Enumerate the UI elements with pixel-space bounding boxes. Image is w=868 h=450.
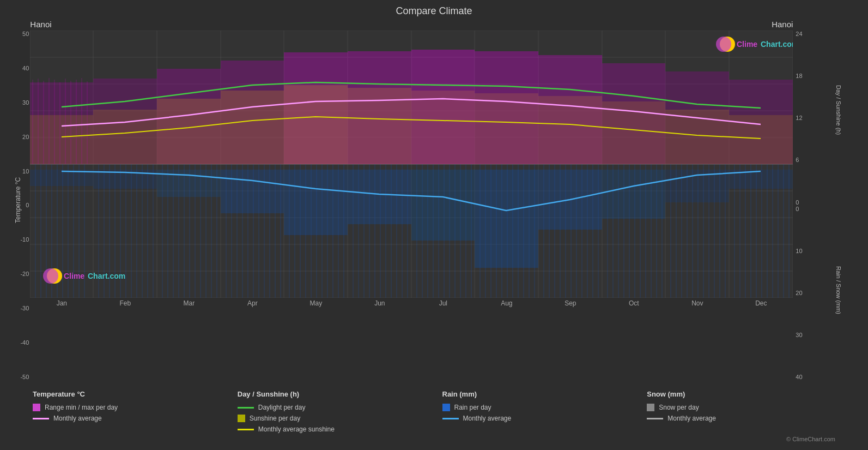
legend-temp-range: Range min / max per day — [33, 404, 238, 411]
y-axis-right-rain: 0 10 20 30 40 — [796, 206, 817, 381]
svg-rect-184 — [221, 61, 284, 164]
legend-sunshine-avg: Monthly average sunshine — [238, 425, 442, 433]
svg-text:Chart.com: Chart.com — [88, 272, 125, 280]
svg-rect-185 — [284, 52, 348, 164]
svg-text:Chart.com: Chart.com — [761, 40, 793, 49]
svg-rect-35 — [602, 170, 665, 219]
chart-main: Hanoi Hanoi 50 40 30 20 10 0 -10 -20 -30… — [30, 20, 793, 380]
legend-snow: Snow (mm) Snow per day Monthly average — [647, 390, 852, 433]
svg-rect-183 — [157, 69, 221, 164]
right-axis-day-label: Day / Sunshine (h) — [820, 20, 857, 200]
legend-rain-avg-line — [442, 418, 459, 419]
right-axis-rain-label: Rain / Snow (mm) — [820, 200, 857, 381]
y-axis-right-day: 24 18 12 6 0 — [796, 31, 817, 206]
legend-area: Temperature °C Range min / max per day M… — [11, 385, 857, 436]
svg-point-210 — [716, 37, 731, 52]
legend-snow-avg: Monthly average — [647, 415, 852, 422]
legend-sunshine-title: Day / Sunshine (h) — [238, 390, 442, 398]
svg-text:Clime: Clime — [64, 272, 84, 280]
svg-rect-186 — [348, 51, 411, 164]
x-axis-months: Jan Feb Mar Apr May Jun Jul Aug Sep Oct … — [30, 298, 793, 309]
page-container: Compare Climate Temperature °C Hanoi Han… — [0, 0, 868, 450]
svg-rect-188 — [475, 51, 538, 164]
legend-temp-range-label: Range min / max per day — [45, 404, 118, 411]
svg-point-206 — [43, 268, 58, 284]
legend-snow-title: Snow (mm) — [647, 390, 852, 398]
legend-daylight-line — [238, 407, 254, 409]
right-axis-container: Day / Sunshine (h) Rain / Snow (mm) — [820, 20, 857, 380]
legend-sunshine-per-day-label: Sunshine per day — [250, 415, 300, 422]
y-axis-left: 50 40 30 20 10 0 -10 -20 -30 -40 -50 — [9, 31, 29, 380]
legend-sunshine-avg-label: Monthly average sunshine — [258, 425, 335, 433]
legend-temperature: Temperature °C Range min / max per day M… — [33, 390, 238, 433]
svg-rect-29 — [221, 170, 284, 213]
legend-rain-title: Rain (mm) — [442, 390, 647, 398]
legend-rain-avg-label: Monthly average — [463, 415, 512, 422]
svg-rect-33 — [475, 170, 538, 268]
legend-daylight: Daylight per day — [238, 404, 442, 411]
svg-rect-182 — [93, 79, 157, 164]
legend-temp-avg-line — [33, 418, 49, 419]
svg-rect-32 — [411, 170, 475, 241]
legend-snow-per-day: Snow per day — [647, 404, 852, 411]
legend-snow-box — [647, 404, 654, 411]
legend-snow-avg-line — [647, 418, 663, 419]
city-label-left: Hanoi — [30, 20, 51, 29]
legend-temp-avg-label: Monthly average — [53, 415, 102, 422]
legend-snow-per-day-label: Snow per day — [659, 404, 699, 411]
chart-area: Temperature °C Hanoi Hanoi 50 40 30 20 1… — [11, 20, 857, 380]
legend-sunshine-per-day: Sunshine per day — [238, 415, 442, 422]
svg-rect-189 — [538, 55, 602, 164]
svg-rect-181 — [30, 82, 93, 164]
copyright: © ClimeChart.com — [11, 436, 857, 445]
legend-rain: Rain (mm) Rain per day Monthly average — [442, 390, 647, 433]
legend-snow-avg-label: Monthly average — [667, 415, 716, 422]
legend-temp-avg: Monthly average — [33, 415, 238, 422]
legend-sunshine-avg-line — [238, 429, 254, 430]
legend-temperature-title: Temperature °C — [33, 390, 238, 398]
svg-text:Clime: Clime — [737, 40, 757, 49]
legend-daylight-label: Daylight per day — [258, 404, 306, 411]
legend-sunshine-box — [238, 415, 245, 422]
svg-rect-31 — [348, 170, 411, 224]
svg-rect-187 — [411, 50, 475, 164]
legend-temp-range-box — [33, 404, 40, 411]
legend-rain-per-day-label: Rain per day — [454, 404, 491, 411]
svg-rect-30 — [284, 170, 348, 235]
legend-sunshine: Day / Sunshine (h) Daylight per day Suns… — [238, 390, 442, 433]
city-label-right: Hanoi — [772, 20, 793, 29]
legend-rain-avg: Monthly average — [442, 415, 647, 422]
legend-rain-per-day: Rain per day — [442, 404, 647, 411]
legend-rain-box — [442, 404, 450, 411]
chart-svg: Clime Chart.com Clime Chart.com — [30, 31, 793, 298]
chart-title: Compare Climate — [11, 5, 857, 17]
